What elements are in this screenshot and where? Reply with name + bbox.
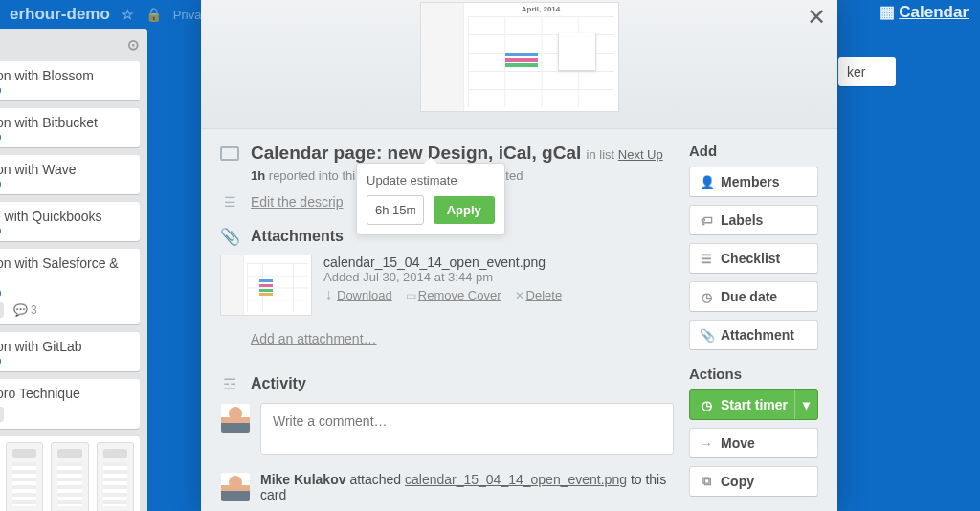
- download-link[interactable]: Download: [337, 288, 392, 302]
- timer-icon: ◷: [700, 398, 713, 412]
- avatar[interactable]: [220, 403, 251, 433]
- estimate-input[interactable]: [367, 195, 424, 225]
- clip-icon: 📎: [700, 328, 713, 343]
- add-attachment-link[interactable]: Add an attachment…: [251, 331, 377, 346]
- copy-icon: ⧉: [700, 474, 713, 489]
- attachment-date: Added Jul 30, 2014 at 3:44 pm: [323, 270, 562, 284]
- move-button[interactable]: →Move: [689, 428, 818, 458]
- comment-input[interactable]: [260, 403, 674, 455]
- edit-description-link[interactable]: Edit the descrip: [251, 194, 344, 210]
- cover-icon: ▭: [406, 289, 416, 302]
- card-title[interactable]: Calendar page: new Design, iCal, gCal in…: [251, 143, 663, 165]
- remove-cover-link[interactable]: Remove Cover: [418, 288, 501, 302]
- actions-header: Actions: [689, 366, 818, 382]
- attachments-header: Attachments: [251, 228, 344, 245]
- activity-file-link[interactable]: calendar_15_04_14_open_event.png: [405, 472, 627, 487]
- labels-button[interactable]: 🏷Labels: [689, 205, 818, 235]
- copy-button[interactable]: ⧉Copy: [689, 466, 818, 497]
- activity-header: Activity: [251, 375, 306, 392]
- list-link[interactable]: Next Up: [618, 147, 663, 162]
- attachment-filename[interactable]: calendar_15_04_14_open_event.png: [323, 255, 562, 270]
- arrow-right-icon: →: [700, 436, 713, 451]
- attachment-button[interactable]: 📎Attachment: [689, 320, 818, 350]
- members-button[interactable]: 👤Members: [689, 167, 818, 197]
- tag-icon: 🏷: [700, 213, 713, 228]
- attachment-item: calendar_15_04_14_open_event.png Added J…: [220, 255, 674, 316]
- activity-text: Mike Kulakov attached calendar_15_04_14_…: [260, 472, 674, 502]
- delete-icon: ✕: [515, 289, 524, 302]
- attachment-thumbnail[interactable]: [220, 255, 312, 316]
- description-icon: ☰: [220, 194, 239, 210]
- delete-link[interactable]: Delete: [526, 288, 563, 302]
- avatar[interactable]: [220, 472, 251, 502]
- estimate-label: Update estimate: [367, 173, 495, 188]
- attachment-icon: 📎: [220, 227, 239, 247]
- due-date-button[interactable]: ◷Due date: [689, 281, 818, 312]
- add-header: Add: [689, 143, 818, 159]
- estimate-popover: Update estimate Apply: [356, 163, 505, 235]
- user-icon: 👤: [700, 175, 713, 189]
- apply-button[interactable]: Apply: [434, 196, 495, 224]
- chevron-down-icon[interactable]: ▾: [794, 390, 817, 419]
- cover-title: April, 2014: [522, 5, 560, 13]
- activity-icon: ☲: [220, 375, 239, 393]
- close-icon[interactable]: ✕: [807, 4, 826, 31]
- card-modal: ✕ April, 2014 Calendar page: new Design,…: [201, 0, 837, 511]
- checklist-button[interactable]: ☰Checklist: [689, 243, 818, 274]
- start-timer-button[interactable]: ◷Start timer▾: [689, 389, 818, 420]
- clock-icon: ◷: [700, 290, 713, 304]
- card-cover[interactable]: April, 2014: [201, 0, 837, 129]
- time-summary: 1h reported into this card · 4h 15m esti…: [251, 168, 674, 183]
- checklist-icon: ☰: [700, 252, 713, 266]
- card-icon: [220, 146, 239, 161]
- download-icon: ⭳: [323, 289, 335, 302]
